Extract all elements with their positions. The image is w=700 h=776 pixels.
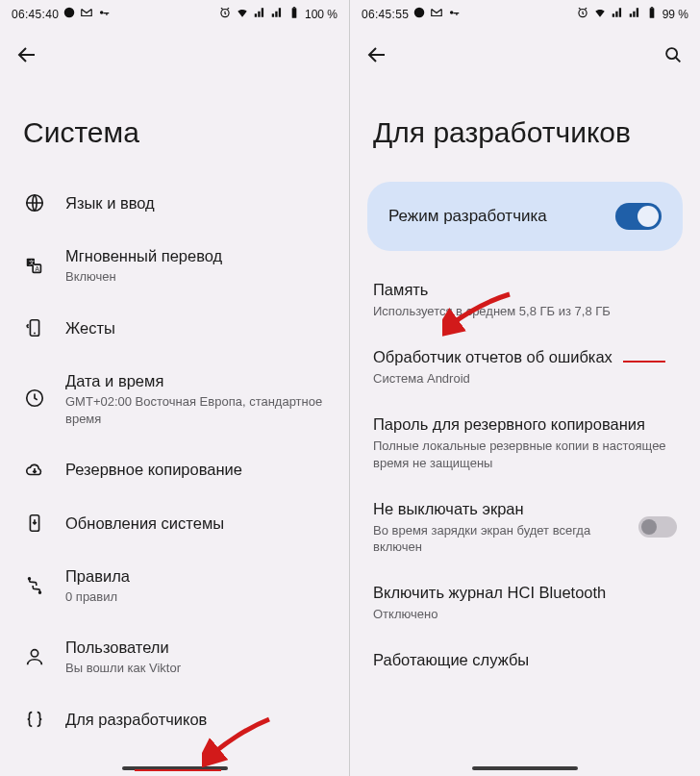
battery-icon bbox=[288, 6, 301, 22]
item-subtitle: Отключено bbox=[373, 606, 677, 623]
developer-list: Память Используется в среднем 5,8 ГБ из … bbox=[350, 266, 700, 684]
screen-system: 06:45:40 100 % Система Язык и ввод 文A bbox=[0, 0, 350, 776]
signal-icon-2 bbox=[628, 6, 641, 22]
wifi-icon bbox=[593, 6, 607, 22]
messenger-icon bbox=[62, 6, 76, 22]
item-subtitle: GMT+02:00 Восточная Европа, стандартное … bbox=[65, 393, 326, 427]
item-title: Пароль для резервного копирования bbox=[373, 414, 677, 435]
svg-point-14 bbox=[29, 578, 31, 580]
settings-item-0[interactable]: Язык и ввод bbox=[0, 176, 349, 230]
signal-icon bbox=[611, 6, 624, 22]
item-subtitle: 0 правил bbox=[65, 588, 326, 606]
item-subtitle: Полные локальные резервные копии в насто… bbox=[373, 438, 677, 471]
developer-mode-card[interactable]: Режим разработчика bbox=[367, 182, 683, 251]
alarm-icon bbox=[576, 6, 589, 22]
item-subtitle: Во время зарядки экран будет всегда вклю… bbox=[373, 522, 627, 556]
globe-icon bbox=[23, 191, 46, 214]
annotation-underline bbox=[623, 361, 665, 363]
item-title: Правила bbox=[65, 565, 326, 587]
cloud-icon bbox=[23, 458, 46, 481]
status-clock: 06:45:55 bbox=[362, 8, 409, 21]
developer-mode-label: Режим разработчика bbox=[388, 207, 547, 226]
dev-item-3[interactable]: Не выключать экран Во время зарядки экра… bbox=[350, 486, 700, 570]
dev-item-5[interactable]: Работающие службы bbox=[350, 637, 700, 684]
settings-item-8[interactable]: Для разработчиков bbox=[0, 692, 349, 746]
update-icon bbox=[23, 512, 46, 535]
dev-item-2[interactable]: Пароль для резервного копирования Полные… bbox=[350, 401, 700, 486]
svg-point-1 bbox=[100, 11, 104, 14]
item-title: Мгновенный перевод bbox=[65, 245, 326, 266]
status-bar: 06:45:55 99 % bbox=[350, 0, 700, 24]
item-title: Память bbox=[373, 280, 677, 300]
gmail-icon bbox=[430, 6, 443, 22]
svg-point-0 bbox=[64, 8, 75, 18]
status-bar: 06:45:40 100 % bbox=[0, 0, 349, 24]
svg-text:A: A bbox=[35, 264, 39, 271]
status-clock: 06:45:40 bbox=[12, 8, 59, 21]
app-bar bbox=[350, 24, 700, 74]
battery-percent: 100 % bbox=[305, 8, 338, 21]
item-title: Жесты bbox=[65, 317, 326, 338]
dev-item-4[interactable]: Включить журнал HCI Bluetooth Отключено bbox=[350, 569, 700, 637]
search-button[interactable] bbox=[662, 43, 685, 66]
settings-item-2[interactable]: Жесты bbox=[0, 301, 349, 355]
battery-icon bbox=[645, 6, 659, 22]
settings-item-3[interactable]: Дата и время GMT+02:00 Восточная Европа,… bbox=[0, 355, 349, 442]
settings-item-6[interactable]: Правила 0 правил bbox=[0, 550, 349, 621]
dev-item-1[interactable]: Обработчик отчетов об ошибках Система An… bbox=[350, 334, 700, 401]
rules-icon bbox=[23, 574, 46, 597]
gesture-icon bbox=[23, 316, 46, 339]
signal-icon-2 bbox=[270, 6, 284, 22]
page-title: Для разработчиков bbox=[350, 74, 700, 172]
app-bar bbox=[0, 24, 349, 74]
svg-point-17 bbox=[414, 8, 425, 18]
item-subtitle: Включен bbox=[65, 268, 326, 286]
braces-icon bbox=[23, 708, 46, 731]
item-title: Не выключать экран bbox=[373, 499, 627, 519]
annotation-underline bbox=[135, 769, 221, 771]
svg-point-11 bbox=[34, 332, 36, 334]
battery-percent: 99 % bbox=[662, 8, 688, 21]
translate-icon: 文A bbox=[23, 254, 46, 277]
settings-list: Язык и ввод 文A Мгновенный перевод Включе… bbox=[0, 176, 349, 746]
item-title: Для разработчиков bbox=[65, 709, 326, 730]
item-title: Включить журнал HCI Bluetooth bbox=[373, 583, 677, 603]
item-title: Пользователи bbox=[65, 637, 326, 658]
item-subtitle: Система Android bbox=[373, 370, 677, 388]
svg-point-16 bbox=[31, 650, 38, 657]
svg-point-22 bbox=[666, 48, 677, 59]
back-button[interactable] bbox=[365, 43, 388, 66]
svg-rect-3 bbox=[292, 8, 297, 17]
item-title: Обработчик отчетов об ошибках bbox=[373, 347, 677, 367]
settings-item-4[interactable]: Резервное копирование bbox=[0, 442, 349, 496]
svg-rect-20 bbox=[649, 8, 654, 17]
item-title: Работающие службы bbox=[373, 650, 677, 670]
item-subtitle: Используется в среднем 5,8 ГБ из 7,8 ГБ bbox=[373, 303, 677, 320]
users-icon bbox=[23, 645, 46, 668]
nav-handle[interactable] bbox=[472, 766, 578, 770]
settings-item-5[interactable]: Обновления системы bbox=[0, 496, 349, 550]
key-icon bbox=[97, 6, 111, 22]
item-title: Резервное копирование bbox=[65, 459, 326, 480]
item-switch[interactable] bbox=[638, 516, 677, 538]
svg-point-18 bbox=[450, 11, 454, 14]
item-title: Обновления системы bbox=[65, 513, 326, 534]
clock-icon bbox=[23, 387, 46, 410]
back-button[interactable] bbox=[15, 43, 38, 66]
screen-developer-options: 06:45:55 99 % Для разработчиков Режим ра… bbox=[350, 0, 700, 776]
developer-mode-switch[interactable] bbox=[615, 203, 662, 230]
page-title: Система bbox=[0, 74, 349, 176]
wifi-icon bbox=[236, 6, 249, 22]
settings-item-1[interactable]: 文A Мгновенный перевод Включен bbox=[0, 230, 349, 301]
svg-rect-21 bbox=[650, 7, 652, 8]
svg-rect-4 bbox=[293, 7, 295, 8]
dev-item-0[interactable]: Память Используется в среднем 5,8 ГБ из … bbox=[350, 266, 700, 334]
settings-item-7[interactable]: Пользователи Вы вошли как Viktor bbox=[0, 621, 349, 692]
key-icon bbox=[447, 6, 461, 22]
messenger-icon bbox=[412, 6, 426, 22]
item-title: Язык и ввод bbox=[65, 192, 326, 213]
svg-point-15 bbox=[39, 591, 41, 593]
alarm-icon bbox=[218, 6, 232, 22]
signal-icon bbox=[253, 6, 266, 22]
item-subtitle: Вы вошли как Viktor bbox=[65, 660, 326, 677]
